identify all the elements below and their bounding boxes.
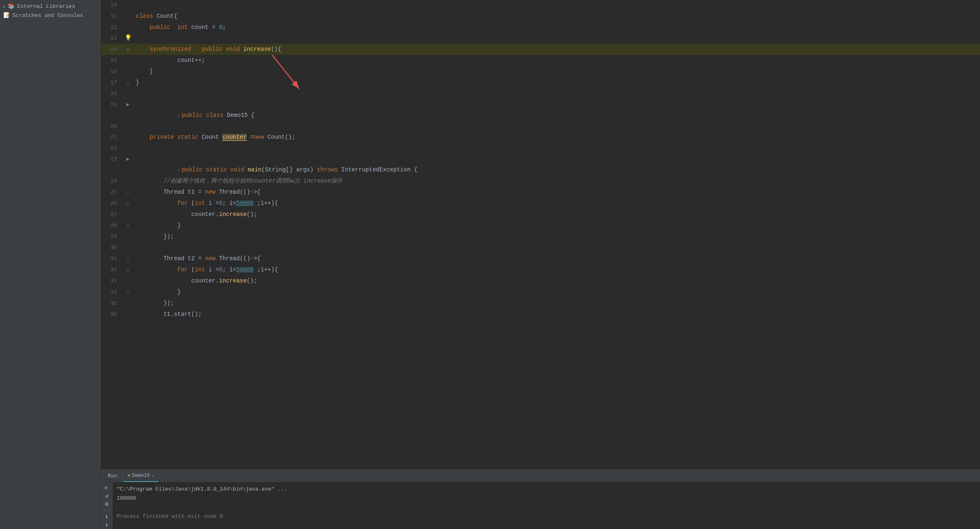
table-row: 30: [101, 242, 980, 253]
table-row: 18: [101, 88, 980, 99]
table-row: 20: [101, 121, 980, 132]
bottom-panel: Run: ■ Demo15 ✕ ▶ ↺ ⚙ ⬆ ⬇ ☰ "C: [101, 469, 980, 529]
table-row: 26 ◇ for (int i =0; i<50000 ;i++){: [101, 198, 980, 209]
table-row: 13 💡: [101, 33, 980, 44]
scroll-up-icon[interactable]: ⬆: [105, 514, 108, 520]
table-row: 35 });: [101, 298, 980, 309]
run-tabs-bar: Run: ■ Demo15 ✕: [101, 470, 980, 482]
debug-icon: ◇: [127, 47, 130, 52]
scratches-label: Scratches and Consoles: [12, 12, 83, 19]
console-line: [117, 503, 976, 512]
console-line: "C:\Program Files\Java\jdk1.8.0_144\bin\…: [117, 485, 976, 494]
table-row: 29 });: [101, 231, 980, 242]
rerun-icon[interactable]: ↺: [105, 493, 108, 499]
run-label: Run:: [104, 473, 123, 479]
editor-area: 10 11 class Count{ 12 public int count =…: [101, 0, 980, 529]
console-output: "C:\Program Files\Java\jdk1.8.0_144\bin\…: [113, 482, 980, 529]
table-row: 19 ▶ ◇public class Demo15 {: [101, 99, 980, 121]
expand-arrow-icon: ▶: [3, 4, 6, 9]
sidebar: ▶ 📚 External Libraries 📝 Scratches and C…: [0, 0, 101, 529]
code-container[interactable]: 10 11 class Count{ 12 public int count =…: [101, 0, 980, 469]
table-row: 16 ◇ }: [101, 66, 980, 77]
table-row: 12 public int count = 0;: [101, 22, 980, 33]
table-row: 34 ◇ }: [101, 287, 980, 298]
table-row: 23 ▶ ◇public static void main(String[] a…: [101, 154, 980, 176]
table-row: 25 ◇ Thread t1 = new Thread(()->{: [101, 187, 980, 198]
console-line-exit: Process finished with exit code 0: [117, 512, 976, 521]
library-icon: 📚: [8, 3, 14, 9]
table-row: 21 private static Count counter =new Cou…: [101, 132, 980, 143]
table-row: 31 ◇ Thread t2 = new Thread(()->{: [101, 253, 980, 264]
console-body: ▶ ↺ ⚙ ⬆ ⬇ ☰ "C:\Program Files\Java\jdk1.…: [101, 482, 980, 529]
console-line: 100000: [117, 494, 976, 503]
play-icon[interactable]: ▶: [105, 485, 108, 491]
sidebar-item-scratches[interactable]: 📝 Scratches and Consoles: [0, 11, 101, 20]
demo15-tab[interactable]: ■ Demo15 ✕: [123, 470, 158, 482]
tab-run-icon: ■: [128, 473, 130, 479]
table-row: 32 ◇ for (int i =0; i<50000 ;i++){: [101, 264, 980, 275]
table-row: 10: [101, 0, 980, 11]
run-gutter-icon-2[interactable]: ▶: [126, 156, 130, 162]
tab-close-icon[interactable]: ✕: [151, 473, 154, 478]
table-row: 24 //创建两个线程，两个线程分别对counter调用5w次 increase…: [101, 176, 980, 187]
table-row: 33 counter.increase();: [101, 275, 980, 287]
table-row: 11 class Count{: [101, 11, 980, 22]
table-row: 14 ◇ synchronized public void increase()…: [101, 44, 980, 55]
console-toolbar: ▶ ↺ ⚙ ⬆ ⬇ ☰: [101, 482, 113, 529]
table-row: 28 ◇ }: [101, 220, 980, 231]
stop-icon[interactable]: ⚙: [105, 501, 108, 507]
breakpoint-icon: ◇: [127, 69, 130, 74]
external-libraries-label: External Libraries: [17, 3, 75, 9]
table-row: 27 counter.increase();: [101, 209, 980, 220]
main-area: ▶ 📚 External Libraries 📝 Scratches and C…: [0, 0, 980, 529]
warning-icon: 💡: [125, 34, 132, 41]
scroll-down-icon[interactable]: ⬇: [105, 522, 108, 528]
scratches-icon: 📝: [3, 12, 10, 19]
table-row: 17 ◇ }: [101, 77, 980, 88]
run-gutter-icon[interactable]: ▶: [126, 101, 130, 108]
table-row: 36 t1.start();: [101, 309, 980, 320]
sidebar-item-external-libraries[interactable]: ▶ 📚 External Libraries: [0, 2, 101, 11]
brace-icon: ◇: [127, 80, 130, 85]
table-row: 15 count++;: [101, 55, 980, 66]
tab-name: Demo15: [132, 473, 150, 479]
code-lines: 10 11 class Count{ 12 public int count =…: [101, 0, 980, 320]
counter-highlight: counter: [222, 134, 247, 141]
table-row: 22: [101, 143, 980, 154]
